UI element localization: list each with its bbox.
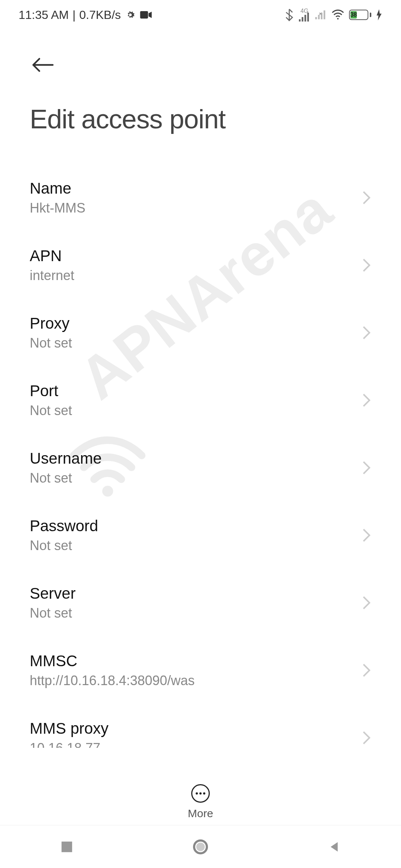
chevron-right-icon bbox=[362, 325, 371, 340]
chevron-right-icon bbox=[362, 663, 371, 678]
row-value: Hkt-MMS bbox=[30, 200, 85, 216]
status-bar: 11:35 AM | 0.7KB/s 4G bbox=[0, 0, 401, 30]
chevron-right-icon bbox=[362, 258, 371, 273]
svg-rect-4 bbox=[304, 15, 306, 22]
svg-rect-8 bbox=[321, 13, 323, 19]
row-value: Not set bbox=[30, 403, 72, 418]
row-value: Not set bbox=[30, 538, 98, 553]
more-button[interactable]: More bbox=[188, 784, 213, 820]
chevron-right-icon bbox=[362, 595, 371, 610]
gear-icon bbox=[125, 9, 136, 20]
row-apn[interactable]: APN internet bbox=[30, 231, 371, 299]
battery-indicator: 38 bbox=[349, 10, 371, 20]
status-speed: 0.7KB/s bbox=[79, 8, 121, 22]
row-name[interactable]: Name Hkt-MMS bbox=[30, 164, 371, 231]
row-mmsc[interactable]: MMSC http://10.16.18.4:38090/was bbox=[30, 637, 371, 704]
circle-icon bbox=[192, 838, 209, 855]
row-proxy[interactable]: Proxy Not set bbox=[30, 299, 371, 366]
signal-icon-2 bbox=[315, 10, 327, 19]
row-username[interactable]: Username Not set bbox=[30, 434, 371, 502]
signal-icon-1 bbox=[299, 13, 310, 22]
nav-back-button[interactable] bbox=[297, 832, 371, 862]
chevron-right-icon bbox=[362, 460, 371, 475]
svg-rect-6 bbox=[315, 17, 317, 19]
row-value: Not set bbox=[30, 335, 72, 351]
row-server[interactable]: Server Not set bbox=[30, 569, 371, 637]
svg-point-10 bbox=[337, 18, 339, 19]
arrow-left-icon bbox=[32, 57, 54, 73]
back-button[interactable] bbox=[30, 52, 56, 78]
bottom-action-bar: More bbox=[0, 784, 401, 820]
wifi-icon bbox=[331, 9, 345, 20]
row-mms-proxy[interactable]: MMS proxy 10.16.18.77 bbox=[30, 704, 371, 748]
row-label: Port bbox=[30, 382, 72, 400]
row-label: Proxy bbox=[30, 315, 72, 332]
charging-icon bbox=[376, 9, 382, 20]
status-separator: | bbox=[72, 8, 75, 22]
row-value: Not set bbox=[30, 470, 102, 486]
row-label: Password bbox=[30, 517, 98, 535]
bluetooth-icon bbox=[284, 9, 294, 21]
svg-point-13 bbox=[196, 842, 205, 851]
row-value: http://10.16.18.4:38090/was bbox=[30, 673, 195, 688]
row-label: MMS proxy bbox=[30, 720, 108, 737]
row-value: internet bbox=[30, 268, 74, 283]
row-value: Not set bbox=[30, 605, 76, 621]
svg-rect-7 bbox=[318, 15, 320, 19]
system-nav-bar bbox=[0, 825, 401, 868]
row-label: APN bbox=[30, 247, 74, 265]
chevron-right-icon bbox=[362, 730, 371, 745]
row-value: 10.16.18.77 bbox=[30, 740, 108, 748]
svg-rect-5 bbox=[307, 13, 309, 22]
more-label: More bbox=[188, 807, 213, 820]
row-port[interactable]: Port Not set bbox=[30, 366, 371, 434]
svg-rect-3 bbox=[302, 17, 304, 22]
row-label: Name bbox=[30, 180, 85, 197]
more-icon bbox=[191, 784, 210, 803]
nav-home-button[interactable] bbox=[163, 832, 238, 862]
row-label: Server bbox=[30, 585, 76, 602]
svg-rect-11 bbox=[62, 841, 72, 852]
battery-percentage: 38 bbox=[351, 11, 357, 19]
row-password[interactable]: Password Not set bbox=[30, 502, 371, 569]
camera-icon bbox=[140, 10, 152, 20]
chevron-right-icon bbox=[362, 190, 371, 205]
square-icon bbox=[60, 840, 74, 854]
chevron-right-icon bbox=[362, 528, 371, 543]
status-time: 11:35 AM bbox=[19, 8, 69, 22]
settings-list: Name Hkt-MMS APN internet Proxy Not set … bbox=[0, 142, 401, 748]
triangle-left-icon bbox=[327, 840, 341, 854]
row-label: Username bbox=[30, 450, 102, 467]
nav-recents-button[interactable] bbox=[30, 832, 104, 862]
page-title: Edit access point bbox=[30, 104, 371, 134]
row-label: MMSC bbox=[30, 652, 195, 670]
chevron-right-icon bbox=[362, 393, 371, 408]
svg-rect-2 bbox=[299, 19, 301, 22]
svg-rect-9 bbox=[324, 10, 326, 19]
svg-rect-1 bbox=[140, 11, 148, 19]
